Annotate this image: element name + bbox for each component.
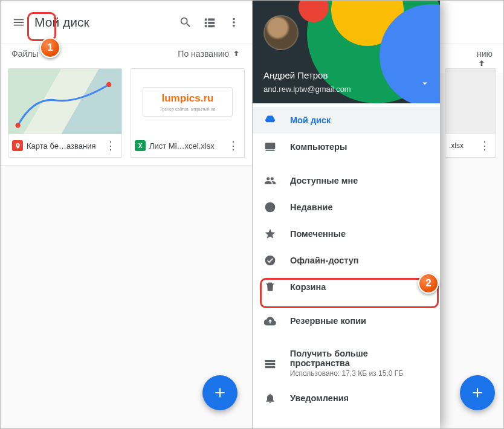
people-icon (263, 175, 277, 187)
file-footer: Карта бе…азвания ⋮ (8, 134, 121, 157)
list-view-icon (203, 16, 216, 29)
computer-icon (263, 141, 277, 153)
fab-add-button-bg[interactable] (460, 375, 495, 410)
sort-label: По названию (178, 49, 229, 59)
file-thumbnail: lumpics.ru Тренер сайтов, открытый на (131, 69, 244, 134)
drawer-item-label: Компьютеры (290, 142, 347, 152)
drawer-item-storage[interactable]: Получить больше пространства Использован… (253, 341, 440, 385)
account-email: and.rew.lptw@gmail.com (263, 85, 351, 94)
chevron-down-icon (419, 78, 430, 89)
drawer-item-label: Уведомления (290, 393, 349, 403)
thumbnail-subtitle: Тренер сайтов, открытый на (160, 107, 216, 111)
plus-icon (212, 385, 228, 401)
drawer-item-computers[interactable]: Компьютеры (253, 134, 440, 160)
drawer-list: Мой диск Компьютеры Доступные мне (253, 103, 440, 428)
trash-icon (263, 281, 277, 293)
drawer-item-label: Корзина (290, 282, 326, 292)
screen-drawer: нию .xlsx ⋮ Андрей Петров (252, 0, 504, 429)
toolbar: Мой диск (1, 1, 252, 44)
drawer-item-my-drive[interactable]: Мой диск (253, 107, 440, 134)
background-file-card: .xlsx ⋮ (445, 68, 496, 158)
drawer-item-label: Недавние (290, 202, 332, 212)
clock-icon (263, 201, 277, 213)
drawer-item-backups[interactable]: Резервные копии (253, 308, 440, 334)
drawer-item-label: Помеченные (290, 229, 346, 239)
drawer-item-notifications[interactable]: Уведомления (253, 385, 440, 411)
drawer-item-starred[interactable]: Помеченные (253, 221, 440, 247)
drawer-item-trash[interactable]: Корзина (253, 274, 440, 300)
file-grid: Карта бе…азвания ⋮ lumpics.ru Тренер сай… (1, 63, 252, 166)
page-title: Мой диск (34, 15, 173, 30)
hamburger-menu-button[interactable] (7, 10, 31, 34)
star-icon (263, 228, 277, 240)
excel-icon: X (135, 140, 146, 151)
storage-usage-text: Использовано: 17,3 КБ из 15,0 ГБ (290, 369, 429, 378)
file-more-button[interactable]: ⋮ (103, 139, 118, 152)
account-switch-button[interactable] (419, 78, 430, 89)
screen-file-list: Мой диск Файлы По названию (0, 0, 252, 429)
drawer-item-label: Доступные мне (290, 176, 358, 185)
hamburger-icon (12, 16, 25, 29)
view-toggle-button[interactable] (198, 10, 222, 34)
drawer-item-recent[interactable]: Недавние (253, 194, 440, 221)
sort-bar: Файлы По названию (1, 44, 252, 63)
drawer-item-label: Офлайн-доступ (290, 256, 359, 265)
search-button[interactable] (173, 10, 198, 34)
avatar[interactable] (263, 15, 299, 50)
file-name: Лист Mi…xcel.xlsx (149, 141, 222, 150)
drawer-item-shared[interactable]: Доступные мне (253, 167, 440, 194)
search-icon (179, 16, 192, 29)
plus-icon (470, 385, 485, 401)
file-footer: X Лист Mi…xcel.xlsx ⋮ (131, 134, 244, 157)
drawer-item-label: Получить больше пространства (290, 349, 429, 368)
navigation-drawer: Андрей Петров and.rew.lptw@gmail.com Мой… (253, 1, 440, 428)
sort-left-label: Файлы (11, 49, 38, 59)
file-thumbnail (8, 69, 121, 134)
overflow-button[interactable] (222, 10, 246, 34)
drawer-item-label: Мой диск (290, 115, 331, 125)
file-card-sheet[interactable]: lumpics.ru Тренер сайтов, открытый на X … (131, 68, 245, 158)
account-name: Андрей Петров (263, 70, 328, 80)
file-more-button[interactable]: ⋮ (226, 139, 241, 152)
storage-icon (263, 357, 277, 369)
more-vert-icon (227, 16, 241, 29)
offline-icon (263, 254, 277, 266)
drawer-item-label: Резервные копии (290, 316, 366, 326)
thumbnail-logo: lumpics.ru (162, 92, 214, 105)
fab-add-button[interactable] (202, 375, 237, 410)
bell-icon (263, 392, 277, 404)
file-card-map[interactable]: Карта бе…азвания ⋮ (8, 68, 122, 158)
sort-button[interactable]: По названию (178, 49, 241, 59)
drive-icon (263, 114, 277, 126)
drawer-header[interactable]: Андрей Петров and.rew.lptw@gmail.com (253, 1, 440, 103)
cloud-upload-icon (263, 315, 277, 327)
arrow-up-icon (231, 49, 241, 59)
file-name: Карта бе…азвания (27, 141, 100, 150)
drawer-item-offline[interactable]: Офлайн-доступ (253, 247, 440, 274)
svg-point-1 (106, 82, 111, 87)
map-pin-icon (12, 140, 23, 151)
svg-point-0 (15, 123, 20, 127)
